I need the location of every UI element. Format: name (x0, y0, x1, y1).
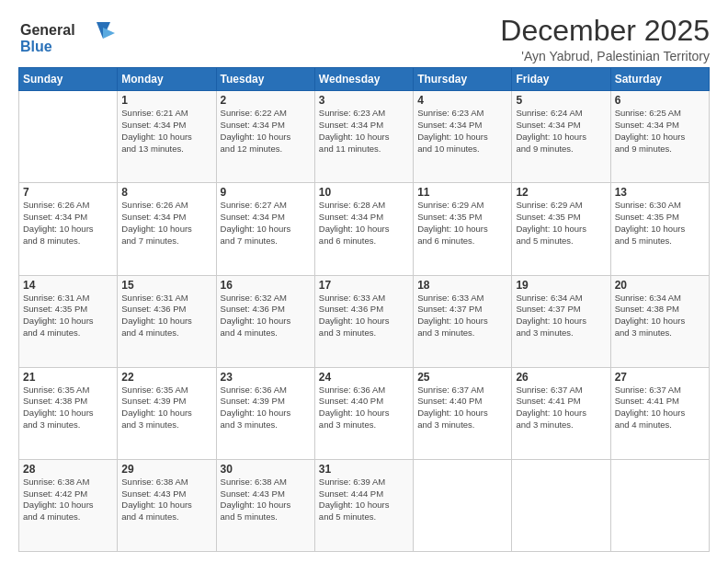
day-info: Sunrise: 6:34 AMSunset: 4:38 PMDaylight:… (615, 293, 705, 339)
day-info: Sunrise: 6:25 AMSunset: 4:34 PMDaylight:… (615, 108, 705, 155)
day-info: Sunrise: 6:31 AMSunset: 4:35 PMDaylight:… (23, 293, 113, 339)
day-info: Sunrise: 6:26 AMSunset: 4:34 PMDaylight:… (121, 200, 211, 247)
day-info: Sunrise: 6:33 AMSunset: 4:36 PMDaylight:… (319, 293, 409, 339)
day-info: Sunrise: 6:38 AMSunset: 4:43 PMDaylight:… (221, 477, 311, 523)
day-number: 9 (221, 186, 311, 199)
table-row: 30Sunrise: 6:38 AMSunset: 4:43 PMDayligh… (216, 459, 314, 551)
table-row: 1Sunrise: 6:21 AMSunset: 4:34 PMDaylight… (118, 91, 216, 183)
calendar-week-row: 28Sunrise: 6:38 AMSunset: 4:42 PMDayligh… (19, 459, 710, 551)
table-row: 12Sunrise: 6:29 AMSunset: 4:35 PMDayligh… (512, 183, 610, 275)
table-row: 29Sunrise: 6:38 AMSunset: 4:43 PMDayligh… (118, 459, 216, 551)
day-number: 6 (615, 94, 705, 107)
day-number: 26 (516, 371, 606, 384)
table-row: 17Sunrise: 6:33 AMSunset: 4:36 PMDayligh… (314, 275, 413, 367)
day-number: 10 (319, 186, 409, 199)
table-row: 18Sunrise: 6:33 AMSunset: 4:37 PMDayligh… (414, 275, 512, 367)
day-info: Sunrise: 6:34 AMSunset: 4:37 PMDaylight:… (516, 293, 606, 339)
logo: General Blue (18, 15, 119, 63)
table-row: 6Sunrise: 6:25 AMSunset: 4:34 PMDaylight… (610, 91, 709, 183)
col-monday: Monday (118, 68, 216, 91)
table-row: 4Sunrise: 6:23 AMSunset: 4:34 PMDaylight… (414, 91, 512, 183)
day-info: Sunrise: 6:31 AMSunset: 4:36 PMDaylight:… (121, 293, 211, 339)
col-saturday: Saturday (610, 68, 709, 91)
subtitle: 'Ayn Yabrud, Palestinian Territory (500, 49, 710, 63)
table-row: 21Sunrise: 6:35 AMSunset: 4:38 PMDayligh… (19, 367, 118, 459)
table-row: 26Sunrise: 6:37 AMSunset: 4:41 PMDayligh… (512, 367, 610, 459)
table-row (610, 459, 709, 551)
table-row: 9Sunrise: 6:27 AMSunset: 4:34 PMDaylight… (216, 183, 314, 275)
table-row: 13Sunrise: 6:30 AMSunset: 4:35 PMDayligh… (610, 183, 709, 275)
day-number: 14 (23, 279, 113, 292)
day-number: 20 (615, 279, 705, 292)
day-number: 7 (23, 186, 113, 199)
title-block: December 2025 'Ayn Yabrud, Palestinian T… (500, 15, 710, 63)
table-row: 27Sunrise: 6:37 AMSunset: 4:41 PMDayligh… (610, 367, 709, 459)
table-row: 7Sunrise: 6:26 AMSunset: 4:34 PMDaylight… (19, 183, 118, 275)
day-number: 1 (121, 94, 211, 107)
day-number: 25 (417, 371, 507, 384)
col-friday: Friday (512, 68, 610, 91)
svg-marker-3 (103, 28, 115, 39)
table-row: 5Sunrise: 6:24 AMSunset: 4:34 PMDaylight… (512, 91, 610, 183)
day-info: Sunrise: 6:36 AMSunset: 4:39 PMDaylight:… (221, 385, 311, 431)
table-row: 8Sunrise: 6:26 AMSunset: 4:34 PMDaylight… (118, 183, 216, 275)
table-row: 19Sunrise: 6:34 AMSunset: 4:37 PMDayligh… (512, 275, 610, 367)
day-number: 19 (516, 279, 606, 292)
calendar-week-row: 7Sunrise: 6:26 AMSunset: 4:34 PMDaylight… (19, 183, 710, 275)
calendar-header-row: Sunday Monday Tuesday Wednesday Thursday… (19, 68, 710, 91)
day-info: Sunrise: 6:38 AMSunset: 4:42 PMDaylight:… (23, 477, 113, 523)
calendar-table: Sunday Monday Tuesday Wednesday Thursday… (18, 67, 710, 552)
calendar-week-row: 1Sunrise: 6:21 AMSunset: 4:34 PMDaylight… (19, 91, 710, 183)
day-info: Sunrise: 6:35 AMSunset: 4:38 PMDaylight:… (23, 385, 113, 431)
table-row (414, 459, 512, 551)
table-row (512, 459, 610, 551)
table-row: 2Sunrise: 6:22 AMSunset: 4:34 PMDaylight… (216, 91, 314, 183)
table-row: 24Sunrise: 6:36 AMSunset: 4:40 PMDayligh… (314, 367, 413, 459)
svg-text:General: General (20, 22, 75, 38)
day-number: 29 (121, 463, 211, 476)
logo-svg: General Blue (18, 15, 119, 59)
day-number: 11 (417, 186, 507, 199)
day-number: 27 (615, 371, 705, 384)
day-info: Sunrise: 6:21 AMSunset: 4:34 PMDaylight:… (121, 108, 211, 155)
day-number: 31 (319, 463, 409, 476)
table-row: 14Sunrise: 6:31 AMSunset: 4:35 PMDayligh… (19, 275, 118, 367)
day-info: Sunrise: 6:29 AMSunset: 4:35 PMDaylight:… (417, 200, 507, 247)
day-info: Sunrise: 6:37 AMSunset: 4:40 PMDaylight:… (417, 385, 507, 431)
calendar-week-row: 21Sunrise: 6:35 AMSunset: 4:38 PMDayligh… (19, 367, 710, 459)
col-tuesday: Tuesday (216, 68, 314, 91)
day-info: Sunrise: 6:37 AMSunset: 4:41 PMDaylight:… (516, 385, 606, 431)
table-row: 28Sunrise: 6:38 AMSunset: 4:42 PMDayligh… (19, 459, 118, 551)
main-title: December 2025 (500, 15, 710, 47)
col-sunday: Sunday (19, 68, 118, 91)
day-info: Sunrise: 6:29 AMSunset: 4:35 PMDaylight:… (516, 200, 606, 247)
day-number: 3 (319, 94, 409, 107)
table-row (19, 91, 118, 183)
day-number: 23 (221, 371, 311, 384)
table-row: 23Sunrise: 6:36 AMSunset: 4:39 PMDayligh… (216, 367, 314, 459)
day-info: Sunrise: 6:22 AMSunset: 4:34 PMDaylight:… (221, 108, 311, 155)
day-info: Sunrise: 6:23 AMSunset: 4:34 PMDaylight:… (417, 108, 507, 155)
day-info: Sunrise: 6:36 AMSunset: 4:40 PMDaylight:… (319, 385, 409, 431)
day-number: 22 (121, 371, 211, 384)
table-row: 31Sunrise: 6:39 AMSunset: 4:44 PMDayligh… (314, 459, 413, 551)
day-number: 30 (221, 463, 311, 476)
day-info: Sunrise: 6:23 AMSunset: 4:34 PMDaylight:… (319, 108, 409, 155)
day-number: 21 (23, 371, 113, 384)
day-number: 28 (23, 463, 113, 476)
day-info: Sunrise: 6:24 AMSunset: 4:34 PMDaylight:… (516, 108, 606, 155)
day-info: Sunrise: 6:35 AMSunset: 4:39 PMDaylight:… (121, 385, 211, 431)
page: General Blue December 2025 'Ayn Yabrud, … (0, 0, 728, 563)
day-number: 8 (121, 186, 211, 199)
day-info: Sunrise: 6:33 AMSunset: 4:37 PMDaylight:… (417, 293, 507, 339)
calendar-week-row: 14Sunrise: 6:31 AMSunset: 4:35 PMDayligh… (19, 275, 710, 367)
table-row: 22Sunrise: 6:35 AMSunset: 4:39 PMDayligh… (118, 367, 216, 459)
day-number: 17 (319, 279, 409, 292)
day-number: 24 (319, 371, 409, 384)
table-row: 15Sunrise: 6:31 AMSunset: 4:36 PMDayligh… (118, 275, 216, 367)
day-info: Sunrise: 6:30 AMSunset: 4:35 PMDaylight:… (615, 200, 705, 247)
day-info: Sunrise: 6:26 AMSunset: 4:34 PMDaylight:… (23, 200, 113, 247)
table-row: 11Sunrise: 6:29 AMSunset: 4:35 PMDayligh… (414, 183, 512, 275)
col-wednesday: Wednesday (314, 68, 413, 91)
table-row: 16Sunrise: 6:32 AMSunset: 4:36 PMDayligh… (216, 275, 314, 367)
